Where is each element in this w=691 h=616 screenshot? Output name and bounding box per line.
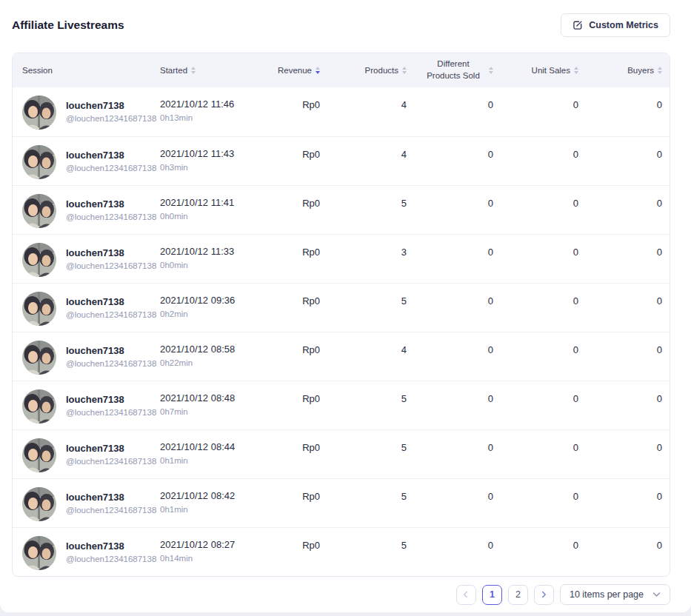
session-cell: louchen7138 @louchen12341687138: [22, 389, 160, 424]
column-header-unit-sales[interactable]: Unit Sales: [493, 53, 578, 87]
session-username: louchen7138: [66, 247, 156, 258]
session-username: louchen7138: [66, 198, 156, 210]
started-datetime: 2021/10/12 11:33: [160, 246, 273, 257]
session-username: louchen7138: [66, 345, 156, 356]
table-row[interactable]: louchen7138 @louchen12341687138 2021/10/…: [13, 283, 670, 332]
session-avatar: [22, 536, 56, 570]
different-products-sold-value: 0: [407, 478, 493, 527]
started-datetime: 2021/10/12 08:42: [160, 490, 273, 501]
buyers-value: 0: [578, 87, 670, 136]
session-username: louchen7138: [66, 296, 156, 307]
different-products-sold-value: 0: [407, 527, 493, 576]
stream-duration: 0h0min: [160, 261, 273, 270]
session-avatar: [22, 145, 56, 179]
session-avatar: [22, 96, 56, 130]
session-cell: louchen7138 @louchen12341687138: [22, 438, 160, 472]
table-row[interactable]: louchen7138 @louchen12341687138 2021/10/…: [13, 87, 670, 136]
content-panel: Affiliate Livestreams Custom Metrics Ses…: [0, 0, 691, 612]
session-handle: @louchen12341687138: [66, 506, 156, 515]
products-value: 4: [320, 87, 407, 136]
unit-sales-value: 0: [493, 185, 578, 234]
custom-metrics-button[interactable]: Custom Metrics: [561, 13, 670, 37]
column-label: Buyers: [627, 66, 654, 75]
session-handle: @louchen12341687138: [66, 359, 156, 368]
table-row[interactable]: louchen7138 @louchen12341687138 2021/10/…: [13, 332, 670, 381]
session-avatar: [22, 194, 56, 228]
session-avatar: [22, 438, 56, 472]
column-header-different-products-sold[interactable]: Different Products Sold: [407, 53, 493, 87]
table-row[interactable]: louchen7138 @louchen12341687138 2021/10/…: [13, 527, 670, 576]
table-row[interactable]: louchen7138 @louchen12341687138 2021/10/…: [13, 381, 670, 429]
session-cell: louchen7138 @louchen12341687138: [22, 487, 160, 521]
session-avatar: [22, 292, 56, 326]
session-handle: @louchen12341687138: [66, 457, 156, 466]
unit-sales-value: 0: [493, 381, 578, 429]
started-datetime: 2021/10/12 09:36: [160, 295, 273, 306]
products-value: 4: [320, 332, 407, 381]
session-handle: @louchen12341687138: [66, 164, 156, 173]
prev-page-button[interactable]: [456, 585, 476, 605]
products-value: 5: [320, 185, 407, 234]
session-avatar: [22, 341, 56, 375]
custom-metrics-label: Custom Metrics: [589, 20, 658, 30]
products-value: 5: [320, 381, 407, 429]
unit-sales-value: 0: [493, 429, 578, 478]
page-2-button[interactable]: 2: [508, 585, 528, 605]
different-products-sold-value: 0: [407, 234, 493, 283]
session-handle: @louchen12341687138: [66, 261, 156, 270]
column-header-products[interactable]: Products: [320, 53, 407, 87]
started-datetime: 2021/10/12 11:43: [160, 148, 273, 159]
stream-duration: 0h3min: [160, 163, 273, 172]
column-header-started[interactable]: Started: [160, 53, 273, 87]
stream-duration: 0h13min: [160, 113, 273, 122]
buyers-value: 0: [578, 332, 670, 381]
column-header-buyers[interactable]: Buyers: [578, 53, 670, 87]
session-username: louchen7138: [66, 540, 156, 552]
revenue-value: Rp0: [273, 429, 320, 478]
items-per-page-select[interactable]: 10 items per page: [560, 584, 670, 605]
session-username: louchen7138: [66, 394, 156, 405]
session-avatar: [22, 243, 56, 277]
session-username: louchen7138: [66, 492, 156, 503]
column-header-session: Session: [13, 53, 160, 87]
page-title: Affiliate Livestreams: [12, 19, 124, 32]
unit-sales-value: 0: [493, 332, 578, 381]
sort-icon: [191, 67, 196, 74]
stream-duration: 0h7min: [160, 407, 273, 416]
sort-icon: [658, 67, 662, 74]
revenue-value: Rp0: [273, 185, 320, 234]
session-avatar: [22, 487, 56, 521]
buyers-value: 0: [578, 185, 670, 234]
column-header-revenue[interactable]: Revenue: [273, 53, 320, 87]
session-cell: louchen7138 @louchen12341687138: [22, 96, 160, 130]
page-1-button[interactable]: 1: [482, 585, 502, 605]
items-per-page-label: 10 items per page: [570, 589, 644, 600]
table-header-row: Session Started Revenue Products: [13, 53, 670, 87]
revenue-value: Rp0: [273, 381, 320, 429]
stream-duration: 0h1min: [160, 456, 273, 465]
session-handle: @louchen12341687138: [66, 408, 156, 417]
buyers-value: 0: [578, 136, 670, 185]
session-cell: louchen7138 @louchen12341687138: [22, 194, 160, 228]
different-products-sold-value: 0: [407, 185, 493, 234]
session-cell: louchen7138 @louchen12341687138: [22, 536, 160, 570]
different-products-sold-value: 0: [407, 332, 493, 381]
livestreams-table-card: Session Started Revenue Products: [12, 53, 670, 577]
revenue-value: Rp0: [273, 234, 320, 283]
chevron-left-icon: [462, 591, 470, 598]
revenue-value: Rp0: [273, 136, 320, 185]
table-row[interactable]: louchen7138 @louchen12341687138 2021/10/…: [13, 136, 670, 185]
table-row[interactable]: louchen7138 @louchen12341687138 2021/10/…: [13, 234, 670, 283]
table-row[interactable]: louchen7138 @louchen12341687138 2021/10/…: [13, 478, 670, 527]
session-avatar: [22, 389, 56, 424]
table-row[interactable]: louchen7138 @louchen12341687138 2021/10/…: [13, 185, 670, 234]
session-handle: @louchen12341687138: [66, 212, 156, 221]
stream-duration: 0h0min: [160, 212, 273, 221]
next-page-button[interactable]: [534, 585, 554, 605]
session-handle: @louchen12341687138: [66, 555, 156, 563]
sort-icon: [402, 67, 407, 74]
column-label: Different Products Sold: [421, 58, 485, 81]
table-row[interactable]: louchen7138 @louchen12341687138 2021/10/…: [13, 429, 670, 478]
column-label: Unit Sales: [532, 66, 570, 75]
products-value: 5: [320, 283, 407, 332]
